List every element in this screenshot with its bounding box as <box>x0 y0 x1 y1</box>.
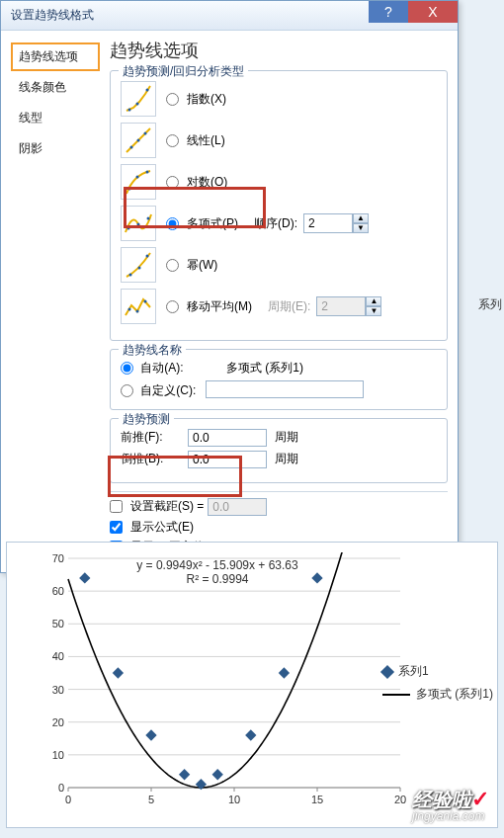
svg-text:5: 5 <box>148 794 154 805</box>
type-power-radio[interactable]: 幂(W) <box>166 257 217 274</box>
svg-text:20: 20 <box>52 716 64 728</box>
svg-text:10: 10 <box>228 794 240 805</box>
svg-point-9 <box>146 171 149 174</box>
svg-point-6 <box>144 132 147 135</box>
svg-text:20: 20 <box>394 794 406 805</box>
predict-forward-unit: 周期 <box>275 429 314 446</box>
set-intercept-checkbox[interactable]: 设置截距(S) = <box>110 498 204 515</box>
highlight-show-checkboxes <box>108 456 242 497</box>
sidebar-item-shadow[interactable]: 阴影 <box>11 134 100 163</box>
svg-text:60: 60 <box>52 585 64 597</box>
predict-backward-unit: 周期 <box>275 451 314 467</box>
sidebar-item-line-color[interactable]: 线条颜色 <box>11 73 100 102</box>
order-up-button[interactable]: ▲ <box>353 213 369 223</box>
trend-predict-legend: 趋势预测 <box>119 411 174 428</box>
period-spinner: ▲ ▼ <box>316 296 381 316</box>
svg-point-4 <box>130 146 133 149</box>
help-button[interactable]: ? <box>369 1 408 23</box>
chart-legend: 系列1 多项式 (系列1) <box>382 663 493 709</box>
moving-average-icon <box>121 289 156 324</box>
legend-line-icon <box>382 694 410 696</box>
svg-point-8 <box>136 176 139 179</box>
section-heading: 趋势线选项 <box>110 39 448 62</box>
svg-point-16 <box>128 308 131 311</box>
order-input[interactable] <box>303 213 353 233</box>
svg-text:15: 15 <box>311 794 323 805</box>
sidebar-item-line-style[interactable]: 线型 <box>11 104 100 132</box>
name-auto-value: 多项式 (系列1) <box>226 361 303 375</box>
svg-rect-49 <box>179 769 190 780</box>
order-spinner[interactable]: ▲ ▼ <box>303 213 369 233</box>
name-auto-radio[interactable]: 自动(A): <box>121 360 184 377</box>
svg-rect-52 <box>245 729 256 740</box>
svg-text:50: 50 <box>52 618 64 629</box>
svg-point-15 <box>146 255 149 258</box>
svg-point-13 <box>129 274 132 277</box>
svg-point-18 <box>144 300 147 303</box>
svg-text:10: 10 <box>52 749 64 761</box>
svg-point-17 <box>136 310 139 313</box>
type-moving-average-radio[interactable]: 移动平均(M) <box>166 298 252 315</box>
show-equation-checkbox[interactable]: 显示公式(E) <box>110 519 194 536</box>
close-button[interactable]: X <box>408 1 458 23</box>
period-label: 周期(E): <box>268 298 310 315</box>
dialog-titlebar[interactable]: 设置趋势线格式 ? X <box>1 1 458 31</box>
sidebar-item-trendline-options[interactable]: 趋势线选项 <box>11 42 100 71</box>
svg-point-2 <box>146 89 149 92</box>
name-custom-input[interactable] <box>206 380 364 398</box>
legend-marker-icon <box>380 664 394 678</box>
predict-forward-input[interactable] <box>188 429 267 447</box>
svg-text:0: 0 <box>65 794 71 805</box>
svg-point-0 <box>128 109 131 112</box>
svg-rect-51 <box>212 769 223 780</box>
svg-rect-48 <box>145 729 156 740</box>
svg-text:30: 30 <box>52 684 64 696</box>
type-linear-radio[interactable]: 线性(L) <box>166 132 225 149</box>
regression-type-legend: 趋势预测/回归分析类型 <box>119 63 248 80</box>
dialog-title: 设置趋势线格式 <box>11 7 94 24</box>
exponential-icon <box>121 81 156 117</box>
trendline-format-dialog: 设置趋势线格式 ? X 趋势线选项 线条颜色 线型 阴影 趋势线选项 趋势预测/… <box>0 0 459 573</box>
svg-point-14 <box>138 267 141 270</box>
chart-equation-text: y = 0.9949x² - 15.909x + 63.63 R² = 0.99… <box>104 558 331 586</box>
power-icon <box>121 247 156 283</box>
highlight-polynomial <box>124 187 266 228</box>
svg-rect-53 <box>279 667 290 678</box>
set-intercept-input <box>208 498 267 516</box>
order-down-button[interactable]: ▼ <box>353 223 369 233</box>
type-exponential-radio[interactable]: 指数(X) <box>166 91 226 108</box>
predict-forward-label: 前推(F): <box>121 429 180 446</box>
trendline-name-legend: 趋势线名称 <box>119 342 186 359</box>
chart-plot-area: 01020304050607005101520 <box>41 552 406 799</box>
svg-text:0: 0 <box>58 782 64 794</box>
svg-rect-47 <box>113 667 124 678</box>
legend-series1: 系列1 <box>398 663 429 680</box>
stray-text: 系列 <box>478 296 502 313</box>
legend-trendline: 多项式 (系列1) <box>416 686 493 703</box>
svg-point-1 <box>136 103 139 106</box>
linear-icon <box>121 123 156 158</box>
svg-rect-50 <box>196 779 207 790</box>
period-input <box>316 296 366 316</box>
svg-point-5 <box>137 139 140 142</box>
trendline-name-group: 趋势线名称 自动(A): 多项式 (系列1) 自定义(C): <box>110 349 448 410</box>
chart-container[interactable]: 01020304050607005101520 y = 0.9949x² - 1… <box>6 542 498 828</box>
svg-text:40: 40 <box>52 650 64 662</box>
svg-rect-46 <box>79 572 90 583</box>
period-down-button: ▼ <box>366 306 381 316</box>
svg-text:70: 70 <box>52 552 64 564</box>
name-custom-radio[interactable]: 自定义(C): <box>121 382 196 399</box>
dialog-sidebar: 趋势线选项 线条颜色 线型 阴影 <box>11 39 100 558</box>
watermark: 经验啦✓ jingyanla.com <box>412 787 489 823</box>
period-up-button: ▲ <box>366 296 381 306</box>
